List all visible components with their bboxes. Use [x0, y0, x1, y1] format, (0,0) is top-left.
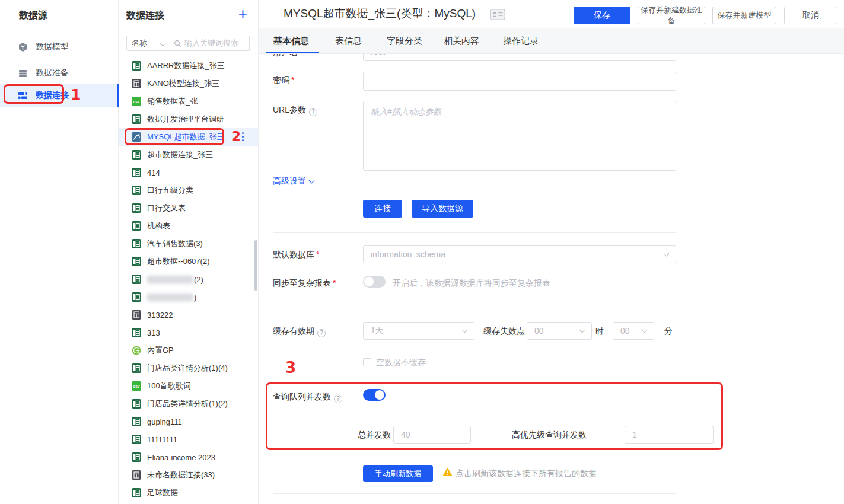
connection-list: AARRR数据连接_张三KANO模型连接_张三csv销售数据表_张三数据开发治理… [119, 57, 258, 502]
primary-sidebar: 数据源 数据模型 数据准备 数据连接 1 [0, 0, 119, 504]
sidebar-item-data-prep[interactable]: 数据准备 [0, 62, 119, 84]
list-item[interactable]: 313 [119, 324, 258, 342]
list-item[interactable]: ) [119, 288, 258, 306]
list-item[interactable]: 414 [119, 164, 258, 181]
list-item[interactable]: 数据开发治理平台调研 [119, 110, 258, 128]
cache-period-select[interactable]: 1天 [363, 322, 474, 340]
filter-field-label: 名称 [132, 38, 147, 49]
empty-no-cache-checkbox[interactable] [363, 358, 371, 366]
list-item[interactable]: csv销售数据表_张三 [119, 92, 258, 110]
sync-report-toggle[interactable] [363, 276, 386, 288]
excel-icon [132, 275, 141, 284]
cache-period-label: 缓存有效期? [273, 326, 326, 337]
sidebar-item-data-model[interactable]: 数据模型 [0, 36, 119, 58]
list-item[interactable]: 内置GP [119, 342, 258, 359]
manual-refresh-button[interactable]: 手动刷新数据 [363, 465, 433, 482]
cancel-button[interactable]: 取消 [784, 7, 837, 24]
list-item[interactable]: 机构表 [119, 217, 258, 235]
import-datasource-button[interactable]: 导入数据源 [412, 200, 473, 218]
url-params-textarea[interactable]: 输入#插入动态参数 [363, 101, 676, 171]
required-asterisk: * [316, 250, 319, 259]
query-queue-toggle[interactable] [363, 389, 386, 401]
tab-related[interactable]: 相关内容 [444, 36, 479, 47]
save-and-new-model-button[interactable]: 保存并新建模型 [712, 7, 776, 24]
sync-report-hint: 开启后，该数据源数据库将同步至复杂报表 [393, 278, 550, 289]
list-item-label: 313222 [147, 311, 173, 320]
excel-icon [132, 186, 141, 195]
list-item-label: MYSQL超市数据_张三 [147, 132, 225, 142]
list-item[interactable]: 足球数据 [119, 484, 258, 502]
help-icon[interactable]: ? [317, 329, 326, 337]
tab-operation-log[interactable]: 操作记录 [503, 36, 539, 47]
add-connection-button[interactable]: + [238, 6, 247, 21]
excel-icon [132, 417, 141, 426]
hour-unit-label: 时 [595, 326, 604, 337]
excel-icon [132, 328, 141, 337]
list-item-label: (2) [194, 275, 203, 284]
list-item-label: 未命名数据连接(33) [147, 470, 215, 480]
tab-table-info[interactable]: 表信息 [335, 36, 362, 47]
username-input[interactable]: root [363, 54, 676, 61]
filter-field-select[interactable]: 名称 [126, 36, 170, 51]
advanced-settings-link[interactable]: 高级设置 [273, 176, 314, 187]
save-and-new-prep-button[interactable]: 保存并新建数据准备 [638, 7, 705, 24]
list-item[interactable]: 门店品类详情分析(1)(4) [119, 359, 258, 377]
page-title: MYSQL超市数据_张三(类型：MySQL) [284, 6, 476, 21]
chevron-down-icon [664, 251, 670, 257]
warning-icon [442, 467, 453, 479]
list-item[interactable]: 口行五级分类 [119, 181, 258, 199]
connect-button[interactable]: 连接 [363, 200, 402, 218]
list-item[interactable]: (2) [119, 270, 258, 288]
chevron-down-icon [579, 327, 585, 333]
tab-basic-info[interactable]: 基本信息 [273, 36, 309, 47]
list-item-label: 313 [147, 328, 160, 337]
main-area: MYSQL超市数据_张三(类型：MySQL) 保存 保存并新建数据准备 保存并新… [259, 0, 844, 504]
save-button[interactable]: 保存 [574, 7, 630, 24]
item-menu-kebab-icon[interactable] [242, 132, 244, 143]
list-item[interactable]: 门店品类详情分析(1)(2) [119, 395, 258, 413]
list-item[interactable]: guping111 [119, 413, 258, 430]
list-scrollbar[interactable] [254, 240, 257, 291]
total-concurrency-input[interactable]: 40 [393, 426, 471, 444]
help-icon[interactable]: ? [334, 395, 342, 403]
password-input[interactable] [363, 72, 676, 91]
list-item[interactable]: csv100首歌歌词 [119, 377, 258, 395]
chevron-down-icon [642, 327, 648, 333]
dark-icon [132, 310, 141, 320]
list-item[interactable]: Eliana-income 2023 [119, 448, 258, 466]
list-item[interactable]: 11111111 [119, 430, 258, 448]
data-connection-icon [18, 91, 28, 101]
form-content: 用户名 root 密码* URL参数? 输入#插入动态参数 高级设置 连接 导入… [259, 54, 844, 504]
chevron-down-icon [309, 178, 315, 184]
cache-expire-minute-select[interactable]: 00 [613, 322, 654, 340]
list-item[interactable]: 超市数据--0607(2) [119, 253, 258, 270]
list-item[interactable]: 汽车销售数据(3) [119, 235, 258, 253]
annotation-number-2: 2 [231, 129, 241, 144]
excel-icon [132, 292, 141, 302]
sidebar-item-data-connection[interactable]: 数据连接 [0, 84, 119, 107]
list-item[interactable]: KANO模型连接_张三 [119, 75, 258, 92]
list-item-label: 数据开发治理平台调研 [147, 114, 224, 125]
default-db-select[interactable]: information_schema [363, 245, 676, 263]
high-priority-concurrency-input[interactable]: 1 [625, 426, 714, 444]
tab-field-class[interactable]: 字段分类 [387, 36, 422, 47]
list-item[interactable]: 口行交叉表 [119, 199, 258, 217]
owner-badge-icon [490, 9, 505, 22]
list-item[interactable]: 313222 [119, 306, 258, 324]
sidebar-title: 数据源 [19, 9, 47, 22]
cache-expire-hour-select[interactable]: 00 [527, 322, 592, 340]
sidebar-item-label: 数据模型 [36, 42, 69, 52]
list-item-label: 超市数据连接_张三 [147, 149, 213, 160]
list-item[interactable]: 超市数据连接_张三 [119, 146, 258, 164]
list-item[interactable]: 未命名数据连接(33) [119, 466, 258, 484]
search-input[interactable]: 输入关键词搜索 [170, 36, 250, 51]
masked-label [147, 294, 193, 301]
excel-icon [132, 168, 141, 177]
url-params-placeholder: 输入#插入动态参数 [371, 107, 442, 116]
list-item[interactable]: AARRR数据连接_张三 [119, 57, 258, 75]
data-prep-icon [18, 68, 28, 78]
help-icon[interactable]: ? [309, 108, 317, 116]
connection-list-panel: 数据连接 + 名称 输入关键词搜索 AARRR数据连接_张三KANO模型连接_张… [119, 0, 259, 504]
list-item-label: 11111111 [147, 435, 177, 444]
list-item-label: Eliana-income 2023 [147, 453, 215, 462]
